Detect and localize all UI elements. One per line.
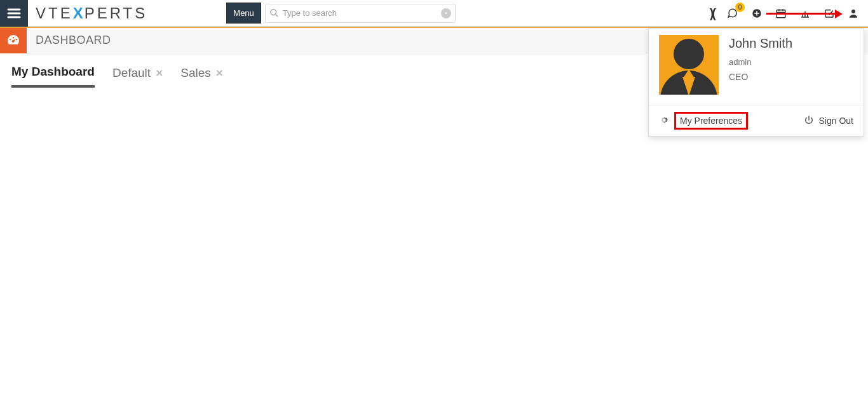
actions-row: My Preferences Sign Out [649, 105, 864, 136]
page-title: DASHBOARD [36, 34, 111, 47]
user-menu-button[interactable] [848, 8, 859, 19]
logo-text-3: PERTS [85, 4, 148, 22]
user-dropdown: John Smith admin CEO My Preferences Sign… [648, 28, 864, 137]
profile-row: John Smith admin CEO [649, 29, 864, 105]
quick-create-button[interactable] [751, 8, 763, 19]
avatar [659, 35, 719, 95]
sign-out-link[interactable]: Sign Out [819, 116, 853, 126]
annotation-arrow [766, 13, 837, 15]
chevron-down-icon [443, 10, 449, 17]
svg-line-4 [276, 15, 278, 17]
my-preferences-link[interactable]: My Preferences [674, 112, 748, 130]
gear-icon [659, 115, 669, 127]
power-icon [804, 115, 814, 127]
tab-label: Sales [180, 66, 211, 80]
hamburger-menu-button[interactable] [0, 0, 28, 27]
svg-point-16 [851, 10, 855, 13]
search-icon [269, 8, 279, 18]
logo-text-x: X [73, 4, 85, 22]
tab-label: Default [112, 66, 151, 80]
user-role: admin [729, 57, 792, 67]
tab-my-dashboard[interactable]: My Dashboard [11, 65, 95, 88]
hamburger-icon [6, 6, 22, 21]
menu-button[interactable]: Menu [226, 3, 261, 24]
user-title: CEO [729, 72, 792, 82]
logo: VTEXPERTS [36, 4, 147, 22]
vtexperts-icon[interactable]: )( [710, 6, 714, 21]
search-dropdown-toggle[interactable] [441, 8, 451, 18]
search-input[interactable] [283, 8, 441, 18]
tab-sales[interactable]: Sales × [180, 65, 223, 88]
top-bar: VTEXPERTS Menu )( 0 [0, 0, 868, 27]
close-icon[interactable]: × [156, 66, 163, 80]
gauge-icon [6, 33, 21, 48]
chat-badge: 0 [735, 3, 745, 12]
search-box[interactable] [265, 4, 456, 23]
user-info: John Smith admin CEO [729, 35, 792, 95]
svg-point-3 [271, 10, 276, 15]
tab-default[interactable]: Default × [112, 65, 163, 88]
user-icon [848, 8, 859, 19]
user-name: John Smith [729, 36, 792, 51]
tab-label: My Dashboard [11, 65, 95, 79]
actions-right: Sign Out [804, 115, 853, 127]
actions-left: My Preferences [659, 112, 748, 130]
close-icon[interactable]: × [216, 66, 223, 80]
chat-button[interactable]: 0 [727, 8, 738, 19]
dashboard-icon-box [0, 28, 27, 53]
plus-circle-icon [751, 8, 763, 19]
logo-text-1: VTE [36, 4, 73, 22]
